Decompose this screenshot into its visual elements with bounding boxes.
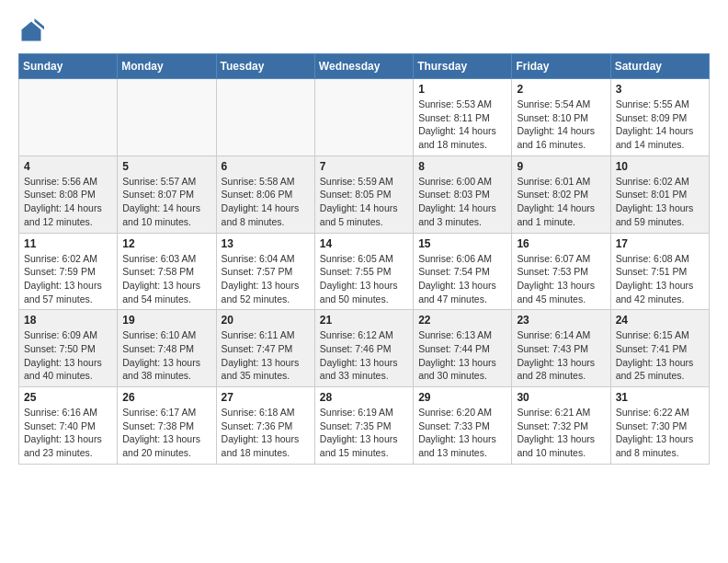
day-number: 25 <box>24 391 112 404</box>
calendar-cell: 25Sunrise: 6:16 AM Sunset: 7:40 PM Dayli… <box>19 387 118 465</box>
day-number: 7 <box>320 160 408 173</box>
calendar-cell: 6Sunrise: 5:58 AM Sunset: 8:06 PM Daylig… <box>216 155 314 233</box>
weekday-header: Monday <box>118 54 216 79</box>
calendar-cell: 22Sunrise: 6:13 AM Sunset: 7:44 PM Dayli… <box>414 310 512 387</box>
day-number: 12 <box>122 237 210 250</box>
day-info: Sunrise: 6:07 AM Sunset: 7:53 PM Dayligh… <box>517 252 605 306</box>
day-info: Sunrise: 6:17 AM Sunset: 7:38 PM Dayligh… <box>122 406 210 460</box>
calendar-cell: 11Sunrise: 6:02 AM Sunset: 7:59 PM Dayli… <box>19 233 118 310</box>
calendar-cell: 17Sunrise: 6:08 AM Sunset: 7:51 PM Dayli… <box>610 233 709 310</box>
day-info: Sunrise: 6:02 AM Sunset: 7:59 PM Dayligh… <box>24 252 112 306</box>
day-number: 15 <box>418 237 506 250</box>
day-number: 8 <box>418 160 506 173</box>
day-number: 14 <box>320 237 408 250</box>
calendar-cell: 4Sunrise: 5:56 AM Sunset: 8:08 PM Daylig… <box>19 155 118 233</box>
page-header <box>18 18 710 44</box>
day-number: 20 <box>222 314 310 327</box>
calendar-cell: 26Sunrise: 6:17 AM Sunset: 7:38 PM Dayli… <box>118 387 216 465</box>
day-info: Sunrise: 5:54 AM Sunset: 8:10 PM Dayligh… <box>517 98 605 152</box>
day-info: Sunrise: 6:05 AM Sunset: 7:55 PM Dayligh… <box>320 252 408 306</box>
day-number: 16 <box>517 237 605 250</box>
calendar-cell: 10Sunrise: 6:02 AM Sunset: 8:01 PM Dayli… <box>610 155 709 233</box>
day-info: Sunrise: 5:56 AM Sunset: 8:08 PM Dayligh… <box>24 175 112 229</box>
calendar-week-row: 4Sunrise: 5:56 AM Sunset: 8:08 PM Daylig… <box>19 155 710 233</box>
weekday-header: Wednesday <box>314 54 413 79</box>
day-info: Sunrise: 5:53 AM Sunset: 8:11 PM Dayligh… <box>418 98 506 152</box>
day-number: 26 <box>122 391 210 404</box>
day-info: Sunrise: 6:00 AM Sunset: 8:03 PM Dayligh… <box>418 175 506 229</box>
day-number: 28 <box>320 391 408 404</box>
day-info: Sunrise: 6:01 AM Sunset: 8:02 PM Dayligh… <box>517 175 605 229</box>
calendar-cell: 23Sunrise: 6:14 AM Sunset: 7:43 PM Dayli… <box>512 310 610 387</box>
calendar-week-row: 11Sunrise: 6:02 AM Sunset: 7:59 PM Dayli… <box>19 233 710 310</box>
weekday-header: Friday <box>512 54 610 79</box>
weekday-header: Sunday <box>19 54 118 79</box>
calendar-header-row: SundayMondayTuesdayWednesdayThursdayFrid… <box>19 54 710 79</box>
calendar-cell <box>118 79 216 156</box>
day-number: 17 <box>616 237 704 250</box>
day-number: 31 <box>616 391 704 404</box>
calendar-cell: 8Sunrise: 6:00 AM Sunset: 8:03 PM Daylig… <box>414 155 512 233</box>
day-number: 3 <box>616 83 704 96</box>
calendar-cell: 2Sunrise: 5:54 AM Sunset: 8:10 PM Daylig… <box>512 79 610 156</box>
calendar-cell: 31Sunrise: 6:22 AM Sunset: 7:30 PM Dayli… <box>610 387 709 465</box>
calendar-cell: 27Sunrise: 6:18 AM Sunset: 7:36 PM Dayli… <box>216 387 314 465</box>
calendar-week-row: 1Sunrise: 5:53 AM Sunset: 8:11 PM Daylig… <box>19 79 710 156</box>
calendar-cell: 13Sunrise: 6:04 AM Sunset: 7:57 PM Dayli… <box>216 233 314 310</box>
logo <box>18 18 48 44</box>
weekday-header: Thursday <box>414 54 512 79</box>
calendar-cell: 14Sunrise: 6:05 AM Sunset: 7:55 PM Dayli… <box>314 233 413 310</box>
day-info: Sunrise: 6:13 AM Sunset: 7:44 PM Dayligh… <box>418 328 506 383</box>
day-number: 23 <box>517 314 605 327</box>
calendar-cell: 12Sunrise: 6:03 AM Sunset: 7:58 PM Dayli… <box>118 233 216 310</box>
weekday-header: Saturday <box>610 54 709 79</box>
day-info: Sunrise: 6:20 AM Sunset: 7:33 PM Dayligh… <box>418 406 506 460</box>
calendar-cell: 28Sunrise: 6:19 AM Sunset: 7:35 PM Dayli… <box>314 387 413 465</box>
day-number: 22 <box>418 314 506 327</box>
day-number: 1 <box>418 83 506 96</box>
day-info: Sunrise: 6:02 AM Sunset: 8:01 PM Dayligh… <box>616 175 704 229</box>
day-number: 2 <box>517 83 605 96</box>
day-number: 27 <box>222 391 310 404</box>
day-number: 21 <box>320 314 408 327</box>
day-info: Sunrise: 6:14 AM Sunset: 7:43 PM Dayligh… <box>517 328 605 383</box>
calendar-cell: 19Sunrise: 6:10 AM Sunset: 7:48 PM Dayli… <box>118 310 216 387</box>
day-number: 11 <box>24 237 112 250</box>
calendar-cell <box>314 79 413 156</box>
day-info: Sunrise: 6:03 AM Sunset: 7:58 PM Dayligh… <box>122 252 210 306</box>
day-number: 30 <box>517 391 605 404</box>
logo-icon <box>18 18 44 44</box>
day-number: 5 <box>122 160 210 173</box>
day-info: Sunrise: 5:57 AM Sunset: 8:07 PM Dayligh… <box>122 175 210 229</box>
day-info: Sunrise: 6:10 AM Sunset: 7:48 PM Dayligh… <box>122 328 210 383</box>
day-number: 9 <box>517 160 605 173</box>
calendar-cell: 7Sunrise: 5:59 AM Sunset: 8:05 PM Daylig… <box>314 155 413 233</box>
day-info: Sunrise: 6:12 AM Sunset: 7:46 PM Dayligh… <box>320 328 408 383</box>
day-info: Sunrise: 6:19 AM Sunset: 7:35 PM Dayligh… <box>320 406 408 460</box>
day-info: Sunrise: 6:21 AM Sunset: 7:32 PM Dayligh… <box>517 406 605 460</box>
day-info: Sunrise: 5:59 AM Sunset: 8:05 PM Dayligh… <box>320 175 408 229</box>
calendar-cell: 30Sunrise: 6:21 AM Sunset: 7:32 PM Dayli… <box>512 387 610 465</box>
calendar-cell <box>19 79 118 156</box>
calendar-cell: 24Sunrise: 6:15 AM Sunset: 7:41 PM Dayli… <box>610 310 709 387</box>
day-number: 6 <box>222 160 310 173</box>
day-info: Sunrise: 6:06 AM Sunset: 7:54 PM Dayligh… <box>418 252 506 306</box>
day-number: 29 <box>418 391 506 404</box>
calendar-cell: 20Sunrise: 6:11 AM Sunset: 7:47 PM Dayli… <box>216 310 314 387</box>
calendar-cell: 9Sunrise: 6:01 AM Sunset: 8:02 PM Daylig… <box>512 155 610 233</box>
calendar-cell: 15Sunrise: 6:06 AM Sunset: 7:54 PM Dayli… <box>414 233 512 310</box>
calendar-cell: 16Sunrise: 6:07 AM Sunset: 7:53 PM Dayli… <box>512 233 610 310</box>
day-info: Sunrise: 6:04 AM Sunset: 7:57 PM Dayligh… <box>222 252 310 306</box>
day-info: Sunrise: 6:08 AM Sunset: 7:51 PM Dayligh… <box>616 252 704 306</box>
day-number: 18 <box>24 314 112 327</box>
day-info: Sunrise: 6:09 AM Sunset: 7:50 PM Dayligh… <box>24 328 112 383</box>
day-info: Sunrise: 6:16 AM Sunset: 7:40 PM Dayligh… <box>24 406 112 460</box>
day-info: Sunrise: 6:18 AM Sunset: 7:36 PM Dayligh… <box>222 406 310 460</box>
calendar-cell: 21Sunrise: 6:12 AM Sunset: 7:46 PM Dayli… <box>314 310 413 387</box>
day-number: 4 <box>24 160 112 173</box>
calendar-week-row: 25Sunrise: 6:16 AM Sunset: 7:40 PM Dayli… <box>19 387 710 465</box>
day-number: 24 <box>616 314 704 327</box>
calendar-cell: 29Sunrise: 6:20 AM Sunset: 7:33 PM Dayli… <box>414 387 512 465</box>
day-number: 19 <box>122 314 210 327</box>
calendar-cell: 18Sunrise: 6:09 AM Sunset: 7:50 PM Dayli… <box>19 310 118 387</box>
